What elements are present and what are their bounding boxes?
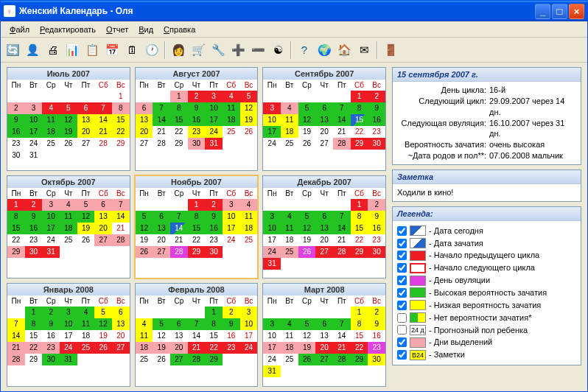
day-cell[interactable]: 27: [94, 234, 112, 246]
day-cell[interactable]: 30: [368, 246, 385, 258]
day-cell[interactable]: 28: [7, 354, 25, 365]
day-cell[interactable]: 15: [112, 114, 130, 126]
day-cell[interactable]: 31: [60, 354, 77, 365]
day-cell[interactable]: 12: [77, 211, 95, 223]
day-cell[interactable]: 6: [315, 211, 333, 223]
day-cell[interactable]: 13: [112, 318, 130, 330]
mail-button[interactable]: ✉: [355, 41, 373, 59]
day-cell[interactable]: 8: [351, 102, 368, 114]
day-cell[interactable]: 31: [263, 258, 281, 270]
day-cell[interactable]: 29: [351, 138, 368, 150]
day-cell[interactable]: 10: [263, 114, 281, 126]
day-cell[interactable]: 5: [298, 211, 316, 223]
day-cell[interactable]: 15: [351, 223, 368, 234]
day-cell[interactable]: 8: [170, 102, 188, 114]
day-cell[interactable]: 15: [205, 330, 223, 342]
day-cell[interactable]: 5: [77, 199, 95, 211]
legend-checkbox[interactable]: [397, 301, 407, 310]
day-cell[interactable]: 25: [60, 234, 77, 246]
legend-checkbox[interactable]: [397, 337, 407, 347]
day-cell[interactable]: 29: [25, 354, 43, 365]
day-cell[interactable]: 30: [188, 138, 206, 150]
list-button[interactable]: 📋: [83, 41, 101, 59]
day-cell[interactable]: 8: [188, 211, 206, 223]
day-cell[interactable]: 15: [351, 114, 368, 126]
day-cell[interactable]: 4: [223, 91, 240, 102]
day-cell[interactable]: 3: [263, 102, 281, 114]
menu-edit[interactable]: Редактировать: [35, 24, 100, 35]
day-cell[interactable]: 24: [60, 342, 77, 354]
day-cell[interactable]: 7: [333, 211, 351, 223]
day-cell[interactable]: 7: [112, 199, 130, 211]
minimize-button[interactable]: _: [535, 4, 550, 19]
day-cell[interactable]: 24: [263, 354, 281, 365]
day-cell[interactable]: 24: [25, 138, 43, 150]
menu-file[interactable]: Файл: [5, 24, 34, 35]
day-cell[interactable]: 18: [281, 234, 298, 246]
day-cell[interactable]: 4: [281, 211, 298, 223]
day-cell[interactable]: 22: [25, 342, 43, 354]
day-cell[interactable]: 20: [77, 126, 95, 138]
day-cell[interactable]: 15: [170, 114, 188, 126]
day-cell[interactable]: 22: [205, 342, 223, 354]
day-cell[interactable]: 11: [281, 223, 298, 234]
day-cell[interactable]: 23: [205, 234, 223, 246]
day-cell[interactable]: 22: [7, 234, 25, 246]
calendar-button[interactable]: 📅: [103, 41, 121, 59]
day-cell[interactable]: 26: [298, 138, 316, 150]
day-cell[interactable]: 16: [368, 223, 385, 234]
day-cell[interactable]: 28: [333, 138, 351, 150]
day-cell[interactable]: 14: [170, 223, 188, 234]
legend-checkbox[interactable]: [397, 251, 407, 260]
day-cell[interactable]: 20: [153, 234, 170, 246]
yinyang-button[interactable]: ☯: [269, 41, 287, 59]
day-cell[interactable]: 13: [315, 330, 333, 342]
day-cell[interactable]: 12: [153, 330, 170, 342]
day-cell[interactable]: 1: [188, 199, 206, 211]
day-cell[interactable]: 19: [240, 114, 258, 126]
day-cell[interactable]: 24: [240, 342, 258, 354]
day-cell[interactable]: 1: [170, 91, 188, 102]
day-cell[interactable]: 22: [351, 342, 368, 354]
day-cell[interactable]: 26: [94, 342, 112, 354]
day-cell[interactable]: 12: [240, 102, 258, 114]
day-cell[interactable]: 7: [7, 318, 25, 330]
day-cell[interactable]: 2: [223, 307, 240, 318]
day-cell[interactable]: 22: [112, 126, 130, 138]
day-cell[interactable]: 18: [60, 223, 77, 234]
day-cell[interactable]: 11: [240, 211, 258, 223]
day-cell[interactable]: 23: [25, 234, 43, 246]
day-cell[interactable]: 6: [112, 307, 130, 318]
day-cell[interactable]: 27: [77, 138, 95, 150]
maximize-button[interactable]: □: [552, 4, 567, 19]
day-cell[interactable]: 2: [368, 199, 385, 211]
day-cell[interactable]: 27: [170, 354, 188, 365]
day-cell[interactable]: 5: [136, 211, 153, 223]
day-cell[interactable]: 23: [368, 234, 385, 246]
day-cell[interactable]: 11: [281, 114, 298, 126]
day-cell[interactable]: 7: [170, 211, 188, 223]
day-cell[interactable]: 29: [170, 138, 188, 150]
day-cell[interactable]: 30: [7, 150, 25, 161]
day-cell[interactable]: 14: [7, 330, 25, 342]
day-cell[interactable]: 22: [351, 234, 368, 246]
day-cell[interactable]: 21: [333, 342, 351, 354]
day-cell[interactable]: 1: [7, 199, 25, 211]
day-cell[interactable]: 25: [223, 126, 240, 138]
day-cell[interactable]: 25: [281, 138, 298, 150]
day-cell[interactable]: 24: [42, 234, 60, 246]
day-cell[interactable]: 13: [315, 114, 333, 126]
day-cell[interactable]: 14: [153, 114, 170, 126]
day-cell[interactable]: 28: [170, 246, 188, 258]
day-cell[interactable]: 21: [112, 223, 130, 234]
day-cell[interactable]: 23: [223, 342, 240, 354]
close-button[interactable]: ×: [569, 4, 584, 19]
day-cell[interactable]: 11: [42, 114, 60, 126]
day-cell[interactable]: 10: [42, 211, 60, 223]
day-cell[interactable]: 4: [281, 318, 298, 330]
day-cell[interactable]: 16: [368, 114, 385, 126]
day-cell[interactable]: 11: [136, 330, 153, 342]
day-cell[interactable]: 25: [281, 354, 298, 365]
chart-button[interactable]: 📊: [63, 41, 81, 59]
day-cell[interactable]: 13: [94, 211, 112, 223]
